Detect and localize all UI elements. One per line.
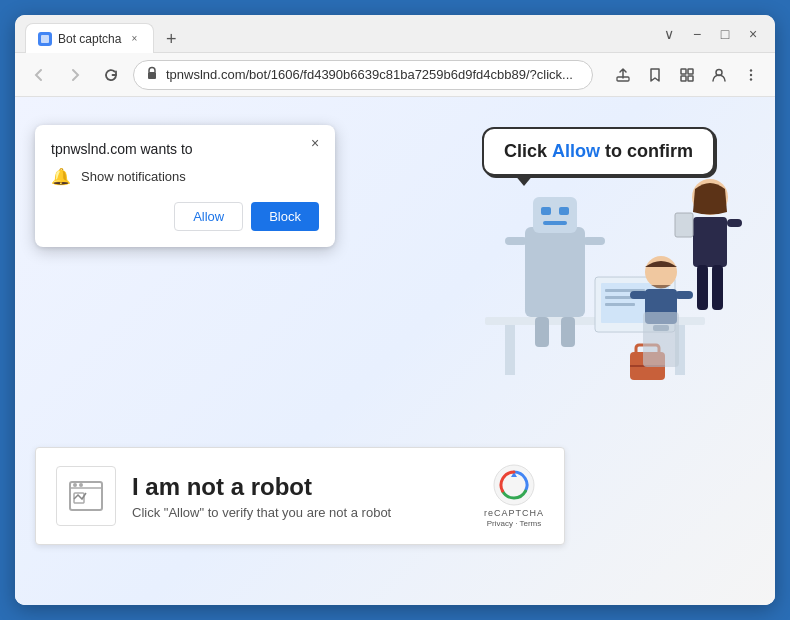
forward-button[interactable] <box>61 61 89 89</box>
svg-point-10 <box>750 78 752 80</box>
svg-rect-40 <box>675 213 693 237</box>
svg-rect-4 <box>688 69 693 74</box>
address-bar: tpnwslnd.com/bot/1606/fd4390b6639c81ba72… <box>15 53 775 97</box>
svg-rect-33 <box>675 291 693 299</box>
recaptcha-label: reCAPTCHA <box>484 508 544 518</box>
svg-rect-2 <box>617 77 629 81</box>
extensions-icon[interactable] <box>673 61 701 89</box>
svg-rect-44 <box>643 312 679 367</box>
block-button[interactable]: Block <box>251 202 319 231</box>
tab-close-button[interactable]: × <box>127 32 141 46</box>
notification-row: 🔔 Show notifications <box>51 167 319 186</box>
speech-suffix: to confirm <box>600 141 693 161</box>
window-controls: ∨ − □ × <box>657 22 765 46</box>
captcha-subtitle: Click "Allow" to verify that you are not… <box>132 505 468 520</box>
svg-point-9 <box>750 73 752 75</box>
recaptcha-area: reCAPTCHA Privacy · Terms <box>484 464 544 528</box>
svg-rect-12 <box>505 325 515 375</box>
tab-favicon <box>38 32 52 46</box>
svg-rect-36 <box>697 265 708 310</box>
svg-rect-19 <box>505 237 527 245</box>
svg-rect-37 <box>712 265 723 310</box>
title-bar: Bot captcha × + ∨ − □ × <box>15 15 775 53</box>
svg-rect-16 <box>541 207 551 215</box>
url-actions <box>609 61 765 89</box>
close-button[interactable]: × <box>741 22 765 46</box>
svg-rect-17 <box>559 207 569 215</box>
svg-rect-0 <box>41 35 49 43</box>
back-button[interactable] <box>25 61 53 89</box>
captcha-box: I am not a robot Click "Allow" to verify… <box>35 447 565 545</box>
bell-icon: 🔔 <box>51 167 71 186</box>
svg-point-8 <box>750 69 752 71</box>
captcha-icon-box <box>56 466 116 526</box>
popup-title: tpnwslnd.com wants to <box>51 141 319 157</box>
svg-rect-3 <box>681 69 686 74</box>
svg-rect-45 <box>653 325 669 331</box>
chevron-down-icon[interactable]: ∨ <box>657 22 681 46</box>
lock-icon <box>146 66 158 83</box>
captcha-window-icon <box>66 476 106 516</box>
svg-rect-1 <box>148 72 156 79</box>
svg-point-30 <box>645 256 677 288</box>
permission-popup: × tpnwslnd.com wants to 🔔 Show notificat… <box>35 125 335 247</box>
maximize-button[interactable]: □ <box>713 22 737 46</box>
allow-button[interactable]: Allow <box>174 202 243 231</box>
svg-rect-20 <box>583 237 605 245</box>
popup-buttons: Allow Block <box>51 202 319 231</box>
speech-allow: Allow <box>552 141 600 161</box>
tab-title: Bot captcha <box>58 32 121 46</box>
recaptcha-logo <box>493 464 535 506</box>
minimize-button[interactable]: − <box>685 22 709 46</box>
popup-close-button[interactable]: × <box>305 133 325 153</box>
svg-rect-6 <box>688 76 693 81</box>
url-text: tpnwslnd.com/bot/1606/fd4390b6639c81ba72… <box>166 67 580 82</box>
tabs-area: Bot captcha × + <box>25 15 649 52</box>
svg-rect-27 <box>605 303 635 306</box>
speech-bubble: Click Allow to confirm <box>482 127 715 176</box>
svg-rect-22 <box>561 317 575 347</box>
share-icon[interactable] <box>609 61 637 89</box>
captcha-title: I am not a robot <box>132 473 468 501</box>
svg-rect-18 <box>543 221 567 225</box>
profile-icon[interactable] <box>705 61 733 89</box>
browser-window: Bot captcha × + ∨ − □ × tpnwslnd.com/bot… <box>15 15 775 605</box>
svg-point-48 <box>79 483 83 487</box>
background-illustration: RISK. <box>15 97 775 605</box>
svg-rect-15 <box>533 197 577 233</box>
svg-rect-21 <box>535 317 549 347</box>
recaptcha-links: Privacy · Terms <box>487 519 542 528</box>
menu-icon[interactable] <box>737 61 765 89</box>
captcha-text-area: I am not a robot Click "Allow" to verify… <box>132 473 468 520</box>
url-bar[interactable]: tpnwslnd.com/bot/1606/fd4390b6639c81ba72… <box>133 60 593 90</box>
svg-rect-5 <box>681 76 686 81</box>
active-tab[interactable]: Bot captcha × <box>25 23 154 53</box>
svg-rect-39 <box>727 219 742 227</box>
refresh-button[interactable] <box>97 61 125 89</box>
svg-rect-14 <box>525 227 585 317</box>
speech-prefix: Click <box>504 141 552 161</box>
page-content: RISK. <box>15 97 775 605</box>
bookmark-icon[interactable] <box>641 61 669 89</box>
notification-label: Show notifications <box>81 169 186 184</box>
svg-rect-35 <box>693 217 727 267</box>
svg-point-47 <box>73 483 77 487</box>
new-tab-button[interactable]: + <box>158 26 184 52</box>
svg-rect-32 <box>630 291 648 299</box>
